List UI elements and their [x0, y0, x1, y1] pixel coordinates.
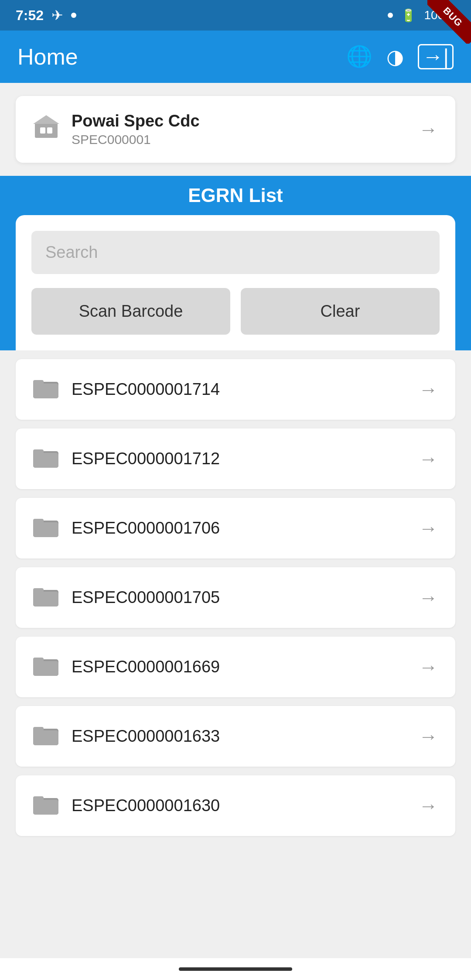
signal-dot	[388, 13, 393, 18]
header-icons: 🌐 ◑ →|	[346, 44, 454, 69]
folder-icon	[33, 514, 58, 543]
list-item-arrow: →	[419, 656, 438, 678]
folder-icon	[33, 791, 58, 820]
list-item-label: ESPEC0000001633	[72, 727, 220, 746]
list-item-left: ESPEC0000001633	[33, 722, 220, 751]
list-item-left: ESPEC0000001714	[33, 375, 220, 404]
header: Home 🌐 ◑ →|	[0, 31, 471, 83]
folder-icon	[33, 583, 58, 612]
list-item-label: ESPEC0000001669	[72, 658, 220, 676]
status-right: 🔋 100%	[388, 8, 455, 23]
status-left: 7:52 ✈	[16, 7, 76, 24]
svg-rect-21	[33, 727, 44, 733]
list-item-label: ESPEC0000001712	[72, 449, 220, 468]
egrn-title: EGRN List	[16, 185, 455, 215]
store-card-left: Powai Spec Cdc SPEC000001	[33, 112, 200, 147]
egrn-section: EGRN List Scan Barcode Clear	[0, 176, 471, 350]
logout-icon[interactable]: →|	[418, 44, 454, 69]
store-code: SPEC000001	[72, 132, 200, 147]
svg-rect-18	[33, 658, 44, 664]
store-info: Powai Spec Cdc SPEC000001	[72, 112, 200, 147]
bottom-bar	[0, 958, 471, 980]
list-item[interactable]: ESPEC0000001706 →	[16, 498, 455, 559]
search-input-wrap	[31, 231, 440, 274]
theme-icon[interactable]: ◑	[386, 45, 404, 69]
list-item-left: ESPEC0000001705	[33, 583, 220, 612]
list-item-arrow: →	[419, 517, 438, 539]
list-item-label: ESPEC0000001630	[72, 796, 220, 815]
list-item-arrow: →	[419, 726, 438, 747]
list-item-arrow: →	[419, 379, 438, 401]
list-item-arrow: →	[419, 448, 438, 470]
list-item[interactable]: ESPEC0000001630 →	[16, 775, 455, 836]
list-item[interactable]: ESPEC0000001714 →	[16, 359, 455, 420]
store-icon	[33, 113, 59, 146]
battery-level: 100%	[424, 8, 455, 22]
folder-icon	[33, 375, 58, 404]
list-item[interactable]: ESPEC0000001669 →	[16, 637, 455, 697]
status-bar: 7:52 ✈ 🔋 100%	[0, 0, 471, 31]
svg-rect-24	[33, 796, 44, 802]
svg-rect-6	[33, 380, 44, 386]
telegram-icon: ✈	[51, 7, 63, 24]
list-item[interactable]: ESPEC0000001633 →	[16, 706, 455, 767]
home-indicator	[179, 967, 292, 971]
list-item-arrow: →	[419, 795, 438, 817]
list-item-arrow: →	[419, 587, 438, 609]
folder-icon	[33, 652, 58, 682]
list-area: ESPEC0000001714 → ESPEC0000001712 →	[0, 350, 471, 961]
battery-icon: 🔋	[401, 8, 416, 23]
list-item-label: ESPEC0000001714	[72, 380, 220, 399]
search-input[interactable]	[45, 243, 426, 262]
scan-barcode-button[interactable]: Scan Barcode	[31, 288, 230, 335]
svg-rect-15	[33, 588, 44, 594]
store-card-arrow: →	[419, 119, 438, 140]
folder-icon	[33, 722, 58, 751]
action-buttons: Scan Barcode Clear	[31, 288, 440, 335]
page-title: Home	[17, 44, 78, 70]
svg-marker-3	[33, 115, 59, 124]
list-item-label: ESPEC0000001706	[72, 519, 220, 538]
list-item-left: ESPEC0000001630	[33, 791, 220, 820]
globe-icon[interactable]: 🌐	[346, 45, 372, 69]
svg-rect-2	[47, 127, 52, 134]
svg-rect-9	[33, 449, 44, 456]
store-card[interactable]: Powai Spec Cdc SPEC000001 →	[16, 96, 455, 163]
clear-button[interactable]: Clear	[241, 288, 440, 335]
list-item-left: ESPEC0000001669	[33, 652, 220, 682]
list-item-left: ESPEC0000001706	[33, 514, 220, 543]
svg-rect-1	[40, 127, 45, 134]
list-item[interactable]: ESPEC0000001712 →	[16, 428, 455, 489]
status-time: 7:52	[16, 7, 44, 24]
list-item-left: ESPEC0000001712	[33, 444, 220, 473]
svg-rect-0	[35, 123, 58, 138]
folder-icon	[33, 444, 58, 473]
search-container: Scan Barcode Clear	[16, 215, 455, 350]
status-dot	[71, 13, 76, 18]
list-item-label: ESPEC0000001705	[72, 588, 220, 607]
store-name: Powai Spec Cdc	[72, 112, 200, 130]
svg-rect-12	[33, 519, 44, 525]
list-item[interactable]: ESPEC0000001705 →	[16, 567, 455, 628]
